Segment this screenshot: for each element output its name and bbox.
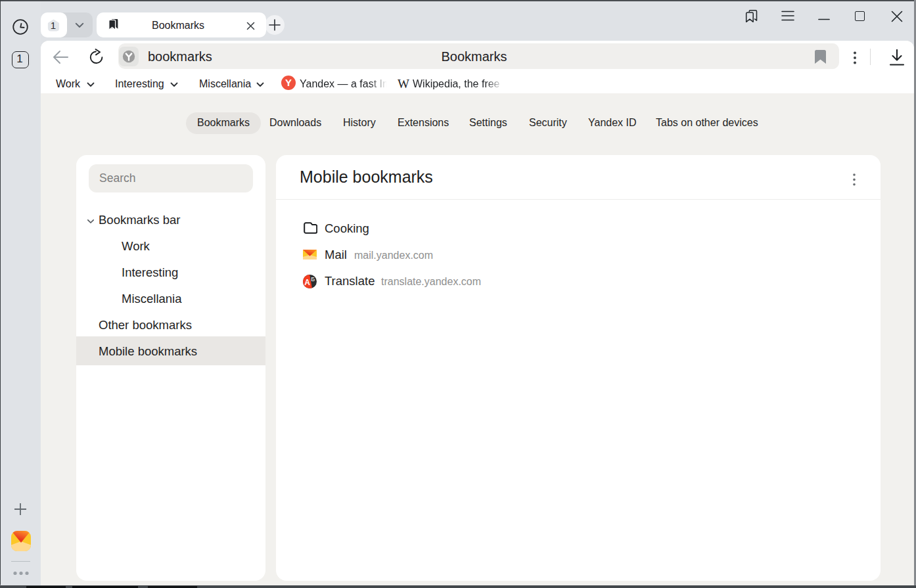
svg-text:A: A xyxy=(304,278,310,287)
svg-text:Б: Б xyxy=(311,276,315,283)
